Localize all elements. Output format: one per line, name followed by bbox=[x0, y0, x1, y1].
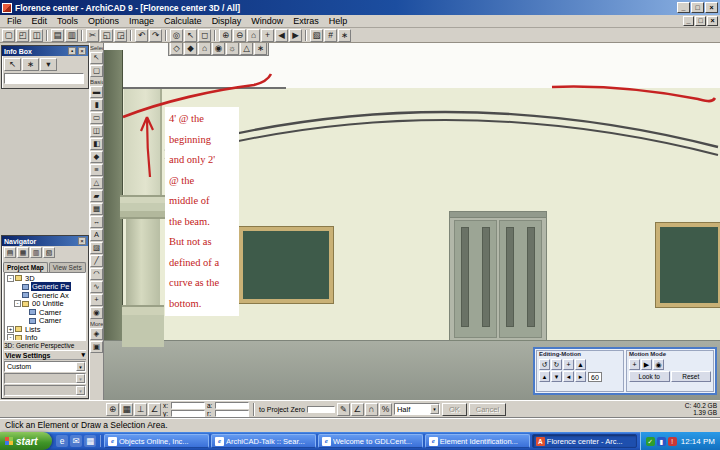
mdi-minimize-button[interactable]: _ bbox=[683, 16, 694, 26]
cut-icon[interactable]: ✂ bbox=[86, 29, 99, 42]
title-bar[interactable]: Florence center - ArchiCAD 9 - [Florence… bbox=[0, 0, 720, 15]
taskbar-task-archicad-talk-sear[interactable]: eArchiCAD-Talk :: Sear... bbox=[211, 434, 316, 448]
view-preset-combo[interactable]: Custom ▾ bbox=[4, 361, 86, 372]
mesh-tool[interactable]: ▦ bbox=[90, 203, 103, 215]
tree-item-lists[interactable]: +Lists bbox=[5, 325, 85, 334]
menu-item-file[interactable]: File bbox=[2, 15, 27, 27]
camera-path-icon[interactable]: ◉ bbox=[212, 42, 225, 55]
tree-item-camer[interactable]: Camer bbox=[5, 317, 85, 326]
minimize-button[interactable]: _ bbox=[677, 2, 690, 13]
camera-tool[interactable]: ◉ bbox=[90, 307, 103, 319]
settings-icon[interactable]: ∗ bbox=[338, 29, 351, 42]
3d-settings-icon[interactable]: ∗ bbox=[254, 42, 267, 55]
arrow-icon[interactable]: ↖ bbox=[184, 29, 197, 42]
chevron-down-icon[interactable]: ▾ bbox=[430, 404, 439, 414]
tree-item-info[interactable]: -Info bbox=[5, 334, 85, 342]
open-icon[interactable]: ◰ bbox=[16, 29, 29, 42]
stair-tool[interactable]: ≡ bbox=[90, 164, 103, 176]
y-input[interactable] bbox=[171, 410, 205, 417]
mail-quicklaunch-icon[interactable]: ✉ bbox=[70, 435, 82, 447]
scale-combo[interactable]: Half ▾ bbox=[394, 403, 440, 415]
find-select-icon[interactable]: ◎ bbox=[170, 29, 183, 42]
walk-button[interactable]: ▲ bbox=[575, 359, 586, 370]
percent-icon[interactable]: % bbox=[379, 403, 392, 416]
tab-project-map[interactable]: Project Map bbox=[3, 262, 48, 272]
move-right-button[interactable]: ▸ bbox=[575, 371, 586, 382]
view-sets-icon[interactable]: ▦ bbox=[17, 247, 29, 258]
layers-icon[interactable]: ▧ bbox=[310, 29, 323, 42]
project-map-icon[interactable]: ▤ bbox=[4, 247, 16, 258]
copy-icon[interactable]: ◱ bbox=[100, 29, 113, 42]
layout-book-icon[interactable]: ▥ bbox=[30, 247, 42, 258]
maximize-button[interactable]: □ bbox=[691, 2, 704, 13]
chevron-down-icon[interactable]: ▾ bbox=[76, 362, 85, 371]
move-left-button[interactable]: ◂ bbox=[563, 371, 574, 382]
tree-expander-icon[interactable]: - bbox=[7, 275, 14, 282]
redo-icon[interactable]: ↷ bbox=[149, 29, 162, 42]
show-desktop-icon[interactable]: ▦ bbox=[84, 435, 96, 447]
tab-view-sets[interactable]: View Sets bbox=[49, 262, 86, 272]
taskbar-task-welcome-to-gdlcent[interactable]: eWelcome to GDLCent... bbox=[318, 434, 423, 448]
grid-snap-icon[interactable]: ▦ bbox=[120, 403, 133, 416]
view-settings-header[interactable]: View Settings ▾ bbox=[4, 350, 86, 360]
arrow-tool[interactable]: ↖ bbox=[90, 52, 103, 64]
roof-tool[interactable]: △ bbox=[90, 177, 103, 189]
pencil-icon[interactable]: ✎ bbox=[337, 403, 350, 416]
taskbar-task-element-identification[interactable]: eElement Identification... bbox=[425, 434, 530, 448]
fill-tool[interactable]: ▨ bbox=[90, 242, 103, 254]
menu-item-options[interactable]: Options bbox=[83, 15, 124, 27]
previous-view-icon[interactable]: ◀ bbox=[275, 29, 288, 42]
print-icon[interactable]: ▤ bbox=[51, 29, 64, 42]
undo-icon[interactable]: ↶ bbox=[135, 29, 148, 42]
pin-icon[interactable]: ▪ bbox=[68, 47, 76, 55]
angle-icon[interactable]: ∠ bbox=[148, 403, 161, 416]
zoom-out-icon[interactable]: ⊖ bbox=[233, 29, 246, 42]
detail-tool[interactable]: ◈ bbox=[90, 328, 103, 340]
marquee-tool[interactable]: ▢ bbox=[90, 65, 103, 77]
beam-tool[interactable]: ▭ bbox=[90, 112, 103, 124]
new-icon[interactable]: ▢ bbox=[2, 29, 15, 42]
arrow-tool-icon[interactable]: ↖ bbox=[4, 58, 21, 71]
tree-item-generic-pe[interactable]: Generic Pe bbox=[5, 283, 85, 292]
save-icon[interactable]: ◫ bbox=[30, 29, 43, 42]
column-tool[interactable]: ▮ bbox=[90, 99, 103, 111]
examine-mode-button[interactable]: ◉ bbox=[653, 359, 664, 370]
publisher-icon[interactable]: ▧ bbox=[43, 247, 55, 258]
pan-mode-button[interactable]: + bbox=[563, 359, 574, 370]
motion-speed-value[interactable]: 60 bbox=[588, 372, 602, 382]
antivirus-tray-icon[interactable]: ✓ bbox=[646, 437, 655, 446]
menu-item-extras[interactable]: Extras bbox=[288, 15, 324, 27]
spline-tool[interactable]: ∿ bbox=[90, 281, 103, 293]
close-button[interactable]: × bbox=[705, 2, 718, 13]
infobox-close-icon[interactable]: × bbox=[78, 47, 86, 55]
cutaway-icon[interactable]: △ bbox=[240, 42, 253, 55]
menu-item-window[interactable]: Window bbox=[246, 15, 288, 27]
grid-icon[interactable]: # bbox=[324, 29, 337, 42]
menu-item-calculate[interactable]: Calculate bbox=[159, 15, 207, 27]
reset-button[interactable]: Reset bbox=[671, 371, 712, 382]
taskbar-task-florence-center-arc[interactable]: AFlorence center - Arc... bbox=[532, 434, 637, 448]
annotation-note[interactable]: 4' @ thebeginningand only 2'@ themiddle … bbox=[165, 107, 239, 316]
walk-mode-button[interactable]: + bbox=[629, 359, 640, 370]
window-tool[interactable]: ◫ bbox=[90, 125, 103, 137]
arc-tool[interactable]: ◠ bbox=[90, 268, 103, 280]
ie-quicklaunch-icon[interactable]: e bbox=[56, 435, 68, 447]
menu-item-help[interactable]: Help bbox=[324, 15, 353, 27]
tree-item-generic-ax[interactable]: Generic Ax bbox=[5, 291, 85, 300]
mdi-restore-button[interactable]: □ bbox=[695, 16, 706, 26]
slab-tool[interactable]: ▰ bbox=[90, 190, 103, 202]
menu-item-edit[interactable]: Edit bbox=[27, 15, 53, 27]
tree-item-00-untitle[interactable]: -00 Untitle bbox=[5, 300, 85, 309]
infobox-title-bar[interactable]: Info Box ▪ × bbox=[2, 46, 88, 56]
3d-projection-icon[interactable]: ◇ bbox=[170, 42, 183, 55]
taskbar-task-objects-online-inc[interactable]: eObjects Online, Inc... bbox=[104, 434, 209, 448]
navigator-title-bar[interactable]: Navigator × bbox=[2, 236, 88, 246]
radius-input[interactable] bbox=[215, 410, 249, 417]
hotspot-tool[interactable]: + bbox=[90, 294, 103, 306]
object-tool[interactable]: ◆ bbox=[90, 151, 103, 163]
origin-icon[interactable]: ⊕ bbox=[106, 403, 119, 416]
preview-icon[interactable]: ▥ bbox=[65, 29, 78, 42]
alert-tray-icon[interactable]: ! bbox=[668, 437, 677, 446]
zoom-in-icon[interactable]: ⊕ bbox=[219, 29, 232, 42]
selection-settings-icon[interactable]: ∗ bbox=[22, 58, 39, 71]
